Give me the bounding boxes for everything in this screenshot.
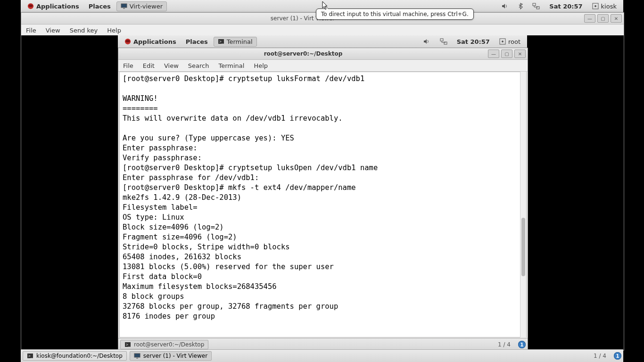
guest-workspace-badge[interactable]: 1	[518, 341, 526, 348]
menu-view[interactable]: View	[41, 25, 65, 35]
logout-icon	[592, 3, 599, 9]
svg-point-15	[502, 41, 504, 42]
host-bottom-panel: >_ kiosk@foundation0:~/Desktop server (1…	[21, 349, 623, 362]
terminal-menubar: File Edit View Search Terminal Help	[118, 60, 528, 72]
guest-workspace-pager[interactable]: 1 / 4	[495, 341, 513, 348]
term-menu-search[interactable]: Search	[183, 61, 214, 71]
tooltip-text: To direct input to this virtual machine,…	[321, 11, 469, 17]
redhat-icon	[124, 38, 131, 45]
applications-label: Applications	[36, 3, 79, 10]
maximize-button[interactable]: ▢	[597, 14, 609, 23]
host-task-virtviewer[interactable]: server (1) - Virt Viewer	[130, 351, 212, 361]
svg-text:>_: >_	[28, 354, 33, 358]
svg-rect-12	[440, 39, 443, 41]
volume-icon[interactable]	[497, 2, 512, 10]
term-menu-view[interactable]: View	[159, 61, 183, 71]
network-icon[interactable]	[528, 2, 544, 10]
display-icon	[121, 3, 127, 9]
svg-rect-21	[136, 358, 138, 359]
guest-places-menu[interactable]: Places	[182, 37, 212, 46]
guest-task-label: Terminal	[227, 38, 253, 45]
guest-bottom-task-label: root@server0:~/Desktop	[134, 341, 204, 348]
svg-point-7	[594, 5, 596, 7]
taskbar-item-virtviewer[interactable]: Virt-viewer	[116, 1, 167, 11]
host-task1-label: kiosk@foundation0:~/Desktop	[36, 353, 123, 359]
virt-viewer-window: server (1) - Virt Viewer — ▢ ✕ File View…	[21, 12, 624, 351]
terminal-body[interactable]: [root@server0 Desktop]# cryptsetup luksF…	[119, 72, 527, 337]
terminal-scrollbar[interactable]	[520, 72, 526, 337]
guest-network-icon[interactable]	[436, 37, 451, 46]
svg-point-1	[29, 5, 33, 7]
logout-icon	[499, 38, 506, 45]
display-icon	[134, 353, 140, 359]
term-menu-file[interactable]: File	[118, 61, 138, 71]
user-menu[interactable]: kiosk	[588, 2, 620, 11]
term-maximize-button[interactable]: ▢	[501, 49, 512, 58]
menu-help[interactable]: Help	[102, 25, 126, 35]
term-menu-help[interactable]: Help	[249, 61, 272, 71]
svg-rect-3	[123, 8, 125, 9]
svg-point-9	[126, 40, 130, 42]
input-hint-tooltip: To direct input to this virtual machine,…	[316, 8, 474, 20]
guest-bottom-task[interactable]: >_ root@server0:~/Desktop	[120, 340, 208, 349]
virt-viewport[interactable]: Applications Places >_ Terminal Sat 20:5…	[21, 35, 624, 350]
svg-rect-20	[134, 354, 140, 357]
menu-sendkey[interactable]: Send key	[65, 25, 103, 35]
guest-desktop: Applications Places >_ Terminal Sat 20:5…	[118, 35, 527, 350]
guest-volume-icon[interactable]	[419, 37, 434, 46]
window-title: server (1) - Virt Viewer	[21, 15, 584, 22]
svg-rect-2	[121, 4, 127, 8]
task-label: Virt-viewer	[130, 3, 163, 10]
places-menu[interactable]: Places	[85, 2, 115, 11]
terminal-icon: >_	[218, 38, 224, 45]
applications-menu[interactable]: Applications	[24, 2, 83, 11]
virt-menubar: File View Send key Help	[21, 25, 624, 36]
minimize-button[interactable]: —	[584, 14, 595, 23]
guest-applications-label: Applications	[133, 38, 176, 45]
term-close-button[interactable]: ✕	[514, 49, 526, 58]
terminal-window: root@server0:~/Desktop — ▢ ✕ File Edit V…	[118, 48, 528, 351]
guest-clock[interactable]: Sat 20:57	[453, 37, 494, 46]
terminal-output: [root@server0 Desktop]# cryptsetup luksF…	[123, 74, 523, 321]
host-task-kiosk-terminal[interactable]: >_ kiosk@foundation0:~/Desktop	[23, 351, 127, 361]
terminal-icon: >_	[124, 341, 131, 348]
redhat-icon	[27, 3, 34, 9]
term-menu-terminal[interactable]: Terminal	[214, 61, 249, 71]
host-workspace-badge[interactable]: 1	[614, 352, 621, 360]
menu-file[interactable]: File	[21, 25, 41, 35]
terminal-icon: >_	[27, 353, 33, 359]
guest-task-terminal[interactable]: >_ Terminal	[214, 37, 257, 47]
guest-top-panel: Applications Places >_ Terminal Sat 20:5…	[118, 35, 527, 48]
guest-user-menu[interactable]: root	[495, 37, 524, 46]
scrollbar-thumb[interactable]	[521, 218, 525, 276]
svg-text:>_: >_	[219, 40, 224, 44]
user-label: kiosk	[601, 3, 617, 10]
guest-applications-menu[interactable]: Applications	[121, 37, 180, 46]
term-minimize-button[interactable]: —	[488, 49, 499, 58]
bluetooth-icon[interactable]	[514, 2, 527, 10]
guest-bottom-panel: >_ root@server0:~/Desktop 1 / 4 1	[118, 338, 528, 351]
guest-user-label: root	[508, 38, 520, 45]
close-button[interactable]: ✕	[611, 14, 622, 23]
svg-text:>_: >_	[126, 343, 131, 347]
terminal-titlebar[interactable]: root@server0:~/Desktop — ▢ ✕	[118, 48, 528, 60]
terminal-title: root@server0:~/Desktop	[118, 50, 488, 57]
term-menu-edit[interactable]: Edit	[138, 61, 159, 71]
clock[interactable]: Sat 20:57	[545, 2, 586, 11]
host-task2-label: server (1) - Virt Viewer	[143, 353, 207, 359]
host-workspace-pager[interactable]: 1 / 4	[591, 353, 609, 359]
svg-rect-4	[533, 3, 536, 6]
